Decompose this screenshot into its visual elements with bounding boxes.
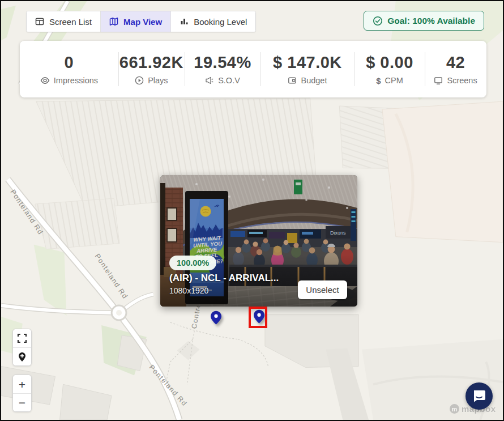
stat-label: Budget	[301, 76, 327, 85]
screen-resolution: 1080x1920	[169, 286, 208, 295]
map-view-screen: Ponteland Rd Ponteland Rd Ponteland Rd C…	[0, 0, 504, 421]
map-controls-zoom: + −	[12, 375, 32, 412]
map-icon	[109, 17, 118, 26]
tab-label: Screen List	[49, 17, 92, 27]
tab-booking-level[interactable]: Booking Level	[171, 11, 255, 32]
zoom-in-button[interactable]: +	[13, 375, 31, 393]
tab-screen-list[interactable]: Screen List	[27, 11, 101, 32]
stat-value: $ 0.00	[366, 53, 413, 72]
unselect-button[interactable]: Unselect	[298, 280, 347, 299]
wallet-icon	[288, 76, 297, 85]
stat-value: 661.92K	[119, 53, 183, 72]
table-icon	[35, 17, 44, 26]
map-controls-top	[12, 329, 32, 366]
fullscreen-icon	[17, 333, 27, 343]
bar-chart-icon	[180, 17, 189, 26]
stat-label: Impressions	[54, 76, 98, 85]
screen-popup-card: Dixons	[160, 175, 357, 307]
stat-plays: 661.92K Plays	[118, 41, 185, 97]
zoom-out-button[interactable]: −	[13, 393, 31, 411]
stat-label: Screens	[447, 76, 477, 85]
fullscreen-button[interactable]	[13, 329, 31, 347]
stat-sov: 19.54% S.O.V	[185, 41, 260, 97]
add-pin-icon	[17, 352, 27, 362]
tab-label: Map View	[123, 17, 162, 27]
check-circle-icon	[373, 16, 383, 26]
stat-label: Plays	[148, 76, 168, 85]
screen-title: (AIR) - NCL - ARRIVAL...	[169, 273, 279, 284]
stat-value: $ 147.0K	[273, 53, 342, 72]
chat-bubble-button[interactable]	[465, 382, 493, 410]
stat-value: 19.54%	[194, 53, 251, 72]
locate-pin-button[interactable]	[13, 347, 31, 365]
highlight-box	[249, 307, 267, 328]
stat-impressions: 0 Impressions	[20, 41, 118, 97]
stat-value: 42	[446, 53, 465, 72]
tab-label: Booking Level	[194, 17, 247, 27]
dollar-icon: $	[376, 76, 381, 86]
stat-screens: 42 Screens	[425, 41, 486, 97]
map-pin[interactable]	[211, 311, 221, 325]
screen-icon	[434, 76, 443, 85]
play-circle-icon	[135, 76, 144, 85]
availability-badge: 100.00%	[169, 256, 216, 270]
chat-icon	[472, 390, 486, 402]
mapbox-logo-icon: m	[450, 404, 459, 414]
megaphone-icon	[205, 76, 214, 85]
stat-value: 0	[65, 53, 74, 72]
goal-status-badge: Goal: 100% Available	[364, 11, 484, 31]
stat-cpm: $ 0.00 $ CPM	[354, 41, 425, 97]
campaign-stats-card: 0 Impressions 661.92K Plays 19.54%	[20, 41, 486, 97]
goal-label: Goal: 100% Available	[387, 16, 475, 26]
stat-label: S.O.V	[218, 76, 240, 85]
stat-label: CPM	[385, 76, 403, 85]
tab-map-view[interactable]: Map View	[101, 11, 171, 32]
view-tabbar: Screen List Map View Booking Level	[26, 11, 256, 32]
stat-budget: $ 147.0K Budget	[260, 41, 354, 97]
eye-icon	[40, 76, 50, 85]
